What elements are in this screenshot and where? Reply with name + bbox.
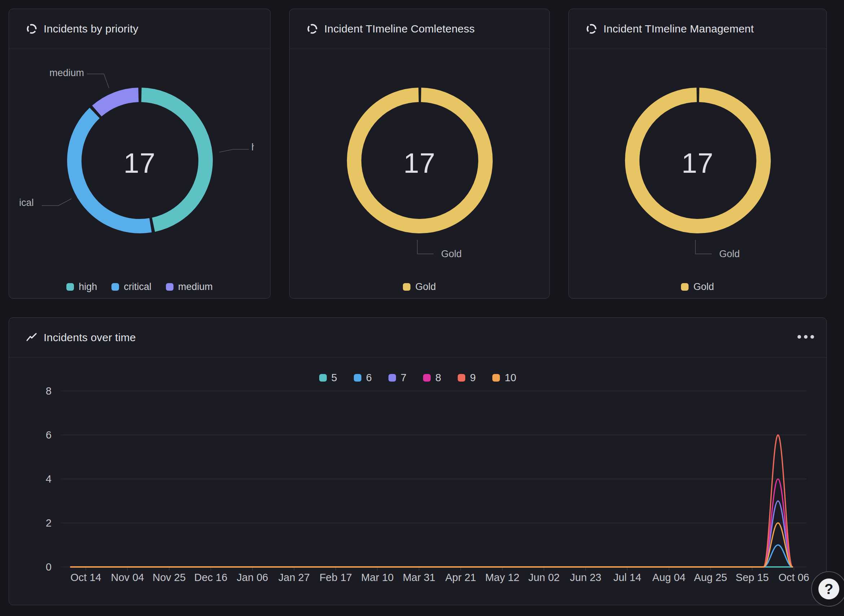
legend-item-Gold[interactable]: Gold xyxy=(681,281,714,292)
callout-label-gold: Gold xyxy=(719,248,740,260)
x-axis-label: Jan 06 xyxy=(236,572,268,583)
legend-swatch xyxy=(403,283,411,291)
donut-center-value: 17 xyxy=(290,147,549,180)
panel-header: Incidents over time xyxy=(9,318,826,358)
legend-swatch xyxy=(389,374,396,381)
legend-item-medium[interactable]: medium xyxy=(166,281,213,292)
panel-incident-timeline-management: Incident TImeline Management Gold 17 Gol… xyxy=(568,9,827,299)
legend-label: medium xyxy=(178,281,213,292)
donut-center-value: 17 xyxy=(569,147,826,180)
legend-item-Gold[interactable]: Gold xyxy=(403,281,436,292)
x-axis-label: Oct 14 xyxy=(70,572,101,583)
panel-incidents-by-priority: Incidents by priority medium ical high 1… xyxy=(9,9,270,299)
chart-legend: highcriticalmedium xyxy=(9,281,270,292)
legend-label: critical xyxy=(124,281,151,292)
x-axis-label: Jun 02 xyxy=(528,572,560,583)
question-mark-icon: ? xyxy=(818,578,839,600)
legend-swatch xyxy=(319,374,327,381)
legend-swatch xyxy=(681,283,688,291)
legend-label: Gold xyxy=(693,281,714,292)
legend-swatch xyxy=(492,374,500,381)
x-axis-label: Oct 06 xyxy=(778,572,809,583)
legend-swatch xyxy=(423,374,431,381)
legend-item-8[interactable]: 8 xyxy=(423,372,441,384)
x-axis-label: Jan 27 xyxy=(279,572,310,583)
legend-label: Gold xyxy=(415,281,436,292)
legend-swatch xyxy=(166,283,173,291)
legend-swatch xyxy=(112,283,119,291)
y-axis-label: 0 xyxy=(46,561,51,573)
x-axis-label: Mar 10 xyxy=(361,572,393,583)
chart-legend: Gold xyxy=(290,281,549,292)
y-axis-label: 2 xyxy=(46,517,51,529)
x-axis-label: Nov 25 xyxy=(153,572,186,583)
legend-label: 6 xyxy=(366,372,372,384)
ellipsis-icon xyxy=(804,335,807,339)
y-axis-label: 4 xyxy=(46,473,51,485)
legend-item-high[interactable]: high xyxy=(66,281,97,292)
chart-legend: Gold xyxy=(569,281,826,292)
legend-item-7[interactable]: 7 xyxy=(389,372,407,384)
legend-item-5[interactable]: 5 xyxy=(319,372,337,384)
legend-item-10[interactable]: 10 xyxy=(492,372,516,384)
donut-center-value: 17 xyxy=(9,147,270,180)
x-axis-label: Jun 23 xyxy=(570,572,601,583)
legend-label: 9 xyxy=(470,372,476,384)
incidents-time-series-chart: 02468Oct 14Nov 04Nov 25Dec 16Jan 06Jan 2… xyxy=(9,318,827,606)
ellipsis-menu-button[interactable] xyxy=(796,334,816,340)
series-line-9 xyxy=(71,435,793,567)
legend-label: 5 xyxy=(332,372,337,384)
y-axis-label: 6 xyxy=(46,429,51,441)
ellipsis-icon xyxy=(797,335,801,339)
series-line-8 xyxy=(71,479,793,567)
legend-label: 10 xyxy=(505,372,516,384)
legend-swatch xyxy=(66,283,74,291)
legend-item-critical[interactable]: critical xyxy=(112,281,151,292)
x-axis-label: Mar 31 xyxy=(403,572,435,583)
ellipsis-icon xyxy=(810,335,814,339)
callout-connector xyxy=(87,74,109,88)
time-series-legend: 5678910 xyxy=(9,372,826,384)
callout-label-critical-clipped: ical xyxy=(19,197,34,208)
help-button[interactable]: ? xyxy=(811,571,844,607)
panel-incidents-over-time: Incidents over time 5678910 02468Oct 14N… xyxy=(9,317,827,605)
x-axis-label: Aug 04 xyxy=(652,572,685,583)
legend-swatch xyxy=(458,374,465,381)
series-line-7 xyxy=(71,501,793,567)
series-line-6 xyxy=(71,545,793,567)
x-axis-label: Apr 21 xyxy=(445,572,476,583)
x-axis-label: Dec 16 xyxy=(194,572,227,583)
panel-title: Incidents over time xyxy=(44,331,136,344)
x-axis-label: May 12 xyxy=(485,572,520,583)
callout-connector xyxy=(417,240,433,254)
x-axis-label: Sep 15 xyxy=(736,572,769,583)
panel-incident-timeline-completeness: Incident TImeline Comleteness Gold 17 Go… xyxy=(289,9,550,299)
x-axis-label: Nov 04 xyxy=(111,572,144,583)
dashboard: Incidents by priority medium ical high 1… xyxy=(0,0,844,616)
x-axis-label: Feb 17 xyxy=(320,572,352,583)
callout-connector xyxy=(42,199,71,205)
x-axis-label: Jul 14 xyxy=(613,572,641,583)
legend-label: high xyxy=(79,281,97,292)
x-axis-label: Aug 25 xyxy=(694,572,727,583)
donut-segment-medium xyxy=(97,95,138,111)
y-axis-label: 8 xyxy=(46,385,51,397)
callout-connector xyxy=(696,240,712,254)
legend-item-9[interactable]: 9 xyxy=(458,372,476,384)
series-line-10 xyxy=(71,523,793,567)
legend-label: 7 xyxy=(401,372,407,384)
callout-label-gold: Gold xyxy=(441,248,462,260)
callout-label-medium: medium xyxy=(49,67,84,79)
line-chart-icon xyxy=(26,332,38,343)
legend-swatch xyxy=(354,374,361,381)
legend-item-6[interactable]: 6 xyxy=(354,372,372,384)
legend-label: 8 xyxy=(435,372,441,384)
